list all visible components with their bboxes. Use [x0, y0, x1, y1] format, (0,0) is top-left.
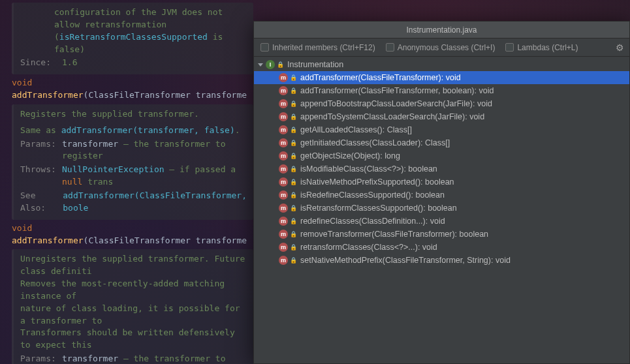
- tree-method-item[interactable]: m🔒appendToSystemClassLoaderSearch(JarFil…: [254, 110, 629, 123]
- method-icon: m: [279, 190, 288, 200]
- lock-icon: 🔒: [290, 166, 296, 172]
- tree-method-item[interactable]: m🔒isRetransformClassesSupported(): boole…: [254, 202, 629, 215]
- method-label: removeTransformer(ClassFileTransformer):…: [300, 230, 488, 239]
- method-icon: m: [279, 86, 288, 95]
- lock-icon: 🔒: [290, 231, 296, 237]
- javadoc-line: (isRetransformClassesSupported is false): [20, 31, 247, 56]
- editor-javadoc-pane: configuration of the JVM does not allow …: [12, 0, 253, 364]
- method-icon: m: [279, 204, 288, 213]
- tree-method-item[interactable]: m🔒setNativeMethodPrefix(ClassFileTransfo…: [254, 254, 629, 267]
- method-label: appendToBootstrapClassLoaderSearch(JarFi…: [300, 99, 492, 108]
- method-label: appendToSystemClassLoaderSearch(JarFile)…: [300, 112, 484, 121]
- interface-icon: I: [266, 60, 275, 69]
- lock-icon: 🔒: [290, 74, 296, 81]
- method-icon: m: [279, 243, 288, 252]
- checkbox-icon: [386, 43, 394, 52]
- tree-method-item[interactable]: m🔒retransformClasses(Class<?>...): void: [254, 241, 629, 254]
- lock-icon: 🔒: [290, 114, 296, 120]
- javadoc-block: Registers the supplied transformer. Same…: [12, 104, 253, 220]
- method-icon: m: [279, 151, 288, 160]
- lock-icon: 🔒: [290, 205, 296, 211]
- tree-method-item[interactable]: m🔒getObjectSize(Object): long: [254, 149, 629, 162]
- javadoc-title: Registers the supplied transformer.: [20, 108, 247, 121]
- lock-icon: 🔒: [290, 127, 296, 133]
- method-signature: void addTransformer(ClassFileTransformer…: [12, 77, 253, 102]
- method-label: getAllLoadedClasses(): Class[]: [300, 125, 412, 134]
- method-label: addTransformer(ClassFileTransformer): vo…: [300, 73, 461, 82]
- javadoc-line: configuration of the JVM does not allow …: [20, 7, 247, 31]
- tree-method-item[interactable]: m🔒redefineClasses(ClassDefinition...): v…: [254, 215, 629, 228]
- lock-icon: 🔒: [290, 100, 296, 107]
- method-icon: m: [279, 256, 288, 265]
- javadoc-block: configuration of the JVM does not allow …: [12, 3, 253, 74]
- tree-method-item[interactable]: m🔒appendToBootstrapClassLoaderSearch(Jar…: [254, 97, 629, 110]
- method-icon: m: [279, 99, 288, 108]
- tree-method-item[interactable]: m🔒addTransformer(ClassFileTransformer): …: [254, 71, 629, 84]
- method-icon: m: [279, 230, 288, 239]
- method-label: isModifiableClass(Class<?>): boolean: [300, 164, 437, 174]
- structure-tree: I 🔒 Instrumentation m🔒addTransformer(Cla…: [254, 57, 629, 268]
- lock-icon: 🔒: [290, 192, 296, 198]
- method-icon: m: [279, 73, 288, 82]
- tree-method-item[interactable]: m🔒getAllLoadedClasses(): Class[]: [254, 123, 629, 136]
- tree-method-item[interactable]: m🔒removeTransformer(ClassFileTransformer…: [254, 228, 629, 241]
- lock-icon: 🔒: [290, 87, 296, 94]
- inherited-members-checkbox[interactable]: Inherited members (Ctrl+F12): [260, 43, 375, 52]
- method-label: addTransformer(ClassFileTransformer, boo…: [300, 86, 494, 95]
- method-label: isNativeMethodPrefixSupported(): boolean: [300, 177, 454, 187]
- tree-method-item[interactable]: m🔒addTransformer(ClassFileTransformer, b…: [254, 84, 629, 97]
- method-icon: m: [279, 164, 288, 174]
- method-icon: m: [279, 177, 288, 187]
- method-label: retransformClasses(Class<?>...): void: [300, 243, 437, 252]
- lambdas-checkbox[interactable]: Lambdas (Ctrl+L): [505, 43, 578, 52]
- lock-icon: 🔒: [277, 61, 283, 68]
- tree-method-item[interactable]: m🔒isRedefineClassesSupported(): boolean: [254, 189, 629, 202]
- lock-icon: 🔒: [290, 257, 296, 264]
- since-value: 1.6: [62, 57, 77, 69]
- anonymous-classes-checkbox[interactable]: Anonymous Classes (Ctrl+I): [386, 43, 496, 52]
- method-label: redefineClasses(ClassDefinition...): voi…: [300, 217, 445, 226]
- method-icon: m: [279, 138, 288, 147]
- method-label: getObjectSize(Object): long: [300, 151, 400, 160]
- method-icon: m: [279, 125, 288, 134]
- javadoc-block: Unregisters the supplied transformer. Fu…: [12, 249, 253, 364]
- method-label: isRedefineClassesSupported(): boolean: [300, 190, 445, 200]
- checkbox-icon: [505, 43, 514, 52]
- since-label: Since:: [20, 57, 58, 69]
- method-signature: void addTransformer(ClassFileTransformer…: [12, 222, 253, 247]
- expand-icon[interactable]: [258, 63, 263, 67]
- popup-title: Instrumentation.java: [254, 22, 629, 38]
- tree-method-item[interactable]: m🔒getInitiatedClasses(ClassLoader): Clas…: [254, 136, 629, 149]
- tree-root-label: Instrumentation: [287, 60, 343, 69]
- tree-method-item[interactable]: m🔒isModifiableClass(Class<?>): boolean: [254, 162, 629, 175]
- checkbox-icon: [260, 43, 269, 52]
- popup-options-bar: Inherited members (Ctrl+F12) Anonymous C…: [254, 38, 629, 57]
- lock-icon: 🔒: [290, 218, 296, 224]
- method-label: isRetransformClassesSupported(): boolean: [300, 204, 457, 213]
- gear-icon[interactable]: ⚙: [616, 42, 624, 53]
- file-structure-popup: Instrumentation.java Inherited members (…: [253, 21, 630, 364]
- method-icon: m: [279, 217, 288, 226]
- method-label: getInitiatedClasses(ClassLoader): Class[…: [300, 138, 450, 147]
- lock-icon: 🔒: [290, 179, 296, 185]
- method-icon: m: [279, 112, 288, 121]
- tree-root[interactable]: I 🔒 Instrumentation: [254, 58, 629, 71]
- tree-method-item[interactable]: m🔒isNativeMethodPrefixSupported(): boole…: [254, 175, 629, 189]
- lock-icon: 🔒: [290, 153, 296, 159]
- method-label: setNativeMethodPrefix(ClassFileTransform…: [300, 256, 511, 265]
- lock-icon: 🔒: [290, 140, 296, 146]
- lock-icon: 🔒: [290, 244, 296, 250]
